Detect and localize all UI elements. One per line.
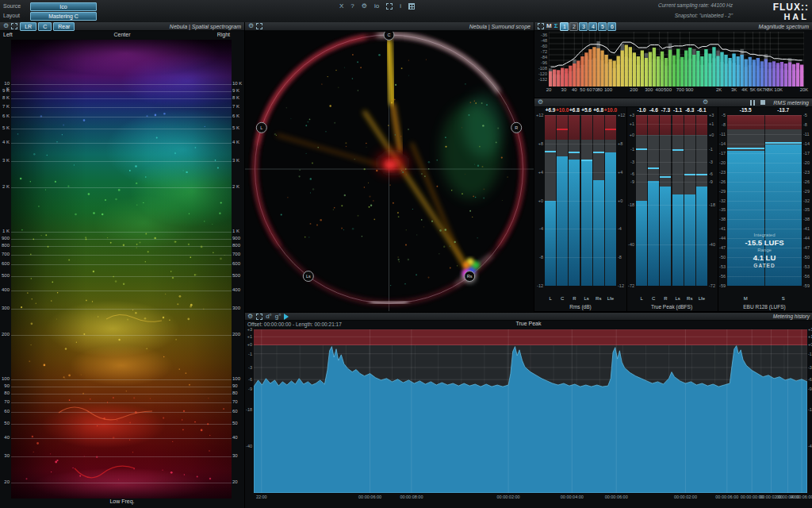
spectrogram-mode-rear-button[interactable]: Rear xyxy=(53,22,75,31)
spectrum-y-label: -96 xyxy=(534,60,547,65)
meter-gridline xyxy=(727,125,802,125)
gear-icon[interactable]: ⚙ xyxy=(3,23,9,29)
spectrogram-mode-lr-button[interactable]: LR xyxy=(20,22,36,31)
freq-label-left: 800 xyxy=(0,243,10,248)
true-peak-history-chart[interactable] xyxy=(254,329,807,493)
grid-icon[interactable] xyxy=(408,3,415,10)
meter-red-zone xyxy=(593,115,604,140)
freq-label-right: 700 xyxy=(232,252,240,257)
meter-red-zone xyxy=(684,115,695,135)
layout-select[interactable]: Mastering C xyxy=(30,12,97,21)
fullscreen-icon[interactable] xyxy=(256,314,262,320)
meter-gridline xyxy=(727,276,802,277)
meter-scale-label: -6 xyxy=(709,171,713,176)
scale-g-icon[interactable]: g° xyxy=(275,314,282,320)
hal-logo: HAL xyxy=(783,12,809,21)
meter-gridline xyxy=(727,134,802,135)
freq-label-right: 800 xyxy=(232,243,240,248)
main-toolbar: X?⚙ioi xyxy=(339,2,415,10)
fullscreen-icon[interactable] xyxy=(538,23,544,29)
source-label: Source xyxy=(3,3,21,9)
gear-icon[interactable]: ⚙ xyxy=(248,23,254,29)
spectrum-x-label: 300 xyxy=(645,87,653,92)
meter-channel-label-Lfe: Lfe xyxy=(696,296,707,301)
meter-bar xyxy=(557,156,568,286)
freq-label-left: 90 xyxy=(0,383,10,389)
gear-icon[interactable]: ⚙ xyxy=(703,99,708,106)
freq-label-right: 90 xyxy=(232,383,238,389)
spectrogram-header: ⚙ LRCRear Nebula | Spatial spectrogram xyxy=(0,22,244,31)
spectrum-y-label: -36 xyxy=(534,33,547,37)
freq-label-left: 100 xyxy=(0,376,10,382)
meter-gridline xyxy=(727,219,802,220)
spectrum-chart[interactable] xyxy=(549,32,804,87)
freq-label-left: 70 xyxy=(0,399,10,405)
freq-label-left: 60 xyxy=(0,409,10,414)
history-time-label: 00:00:06:00 xyxy=(790,495,812,499)
spectrum-x-label: 900 xyxy=(685,87,693,92)
meter-gridline xyxy=(545,201,616,202)
snapshot-button-6[interactable]: 6 xyxy=(607,22,616,31)
meter-scale-label: -50 xyxy=(718,255,726,260)
snapshot-button-3[interactable]: 3 xyxy=(579,22,588,31)
meters-body: +12+12+8+8+4+4+0+0-4-4-8-8-12-12+6.9L+10… xyxy=(534,107,812,311)
freq-label-left: 3 K xyxy=(0,158,10,164)
spectrum-y-label: -60 xyxy=(534,44,547,48)
source-select[interactable]: Ico xyxy=(30,2,97,11)
layout-label: Layout xyxy=(3,13,20,18)
close-icon[interactable]: X xyxy=(339,3,343,10)
meter-scale-label: +4 xyxy=(618,170,622,175)
fullscreen-icon[interactable] xyxy=(11,23,17,29)
spectrogram-display[interactable] xyxy=(11,40,232,498)
speaker-marker-Ls: Ls xyxy=(303,271,313,282)
history-time-label: 22:00 xyxy=(256,495,267,499)
meter-scale-label: -9 xyxy=(627,179,634,184)
settings-icon[interactable]: ⚙ xyxy=(247,314,253,320)
spectrum-y-label: -72 xyxy=(534,49,547,54)
spectrum-mode-M[interactable]: M xyxy=(546,23,552,29)
meter-scale-label: -20 xyxy=(803,160,810,165)
magnitude-spectrum-panel: MΣ 123456 Magnitude spectrum -36-48-60-7… xyxy=(534,22,812,98)
scale-db-icon[interactable]: d° xyxy=(266,314,272,320)
spectrum-x-label: 20K xyxy=(800,87,809,92)
spectrogram-mode-c-button[interactable]: C xyxy=(38,22,52,31)
meter-scale-label: -18 xyxy=(709,202,715,207)
meter-gridline xyxy=(636,205,707,206)
meter-peak xyxy=(581,160,592,161)
snapshot-info: Snapshot: "unlabeled - 2" xyxy=(675,13,733,18)
meter-scale-label: -5 xyxy=(803,113,807,117)
snapshot-button-1[interactable]: 1 xyxy=(560,22,569,31)
info-icon[interactable]: i xyxy=(400,3,401,10)
surround-scope-display[interactable]: CLRLsRs xyxy=(245,32,534,311)
meter-gridline xyxy=(727,182,802,183)
meter-peak xyxy=(648,167,659,169)
snapshot-button-5[interactable]: 5 xyxy=(598,22,607,31)
play-icon[interactable] xyxy=(284,314,289,320)
meter-scale-label: -18 xyxy=(627,202,634,207)
meter-gridline xyxy=(545,115,616,116)
meter-bar xyxy=(593,180,604,286)
meter-scale-label: -1 xyxy=(709,147,713,152)
freq-label-right: 100 xyxy=(232,376,240,382)
snapshot-button-2[interactable]: 2 xyxy=(569,22,578,31)
freq-label-right: 5 K xyxy=(232,125,239,131)
history-time-label: 00:00:06:00 xyxy=(715,495,738,499)
snapshot-button-4[interactable]: 4 xyxy=(588,22,597,31)
panel-separator xyxy=(626,107,627,311)
gear-icon[interactable]: ⚙ xyxy=(538,99,543,106)
meter-scale-label: -32 xyxy=(718,198,726,203)
spectrum-x-label: 5K xyxy=(750,87,756,92)
io-icon[interactable]: io xyxy=(374,3,379,10)
meter-channel-label-L: L xyxy=(636,296,647,301)
settings-icon[interactable]: ⚙ xyxy=(362,3,367,10)
meter-true-peak-dbfs- xyxy=(636,115,707,286)
meter-peak xyxy=(684,174,695,175)
stop-icon[interactable] xyxy=(760,100,765,105)
fullscreen-icon[interactable] xyxy=(256,23,262,29)
help-icon[interactable]: ? xyxy=(350,3,354,10)
spectrum-mode-Σ[interactable]: Σ xyxy=(554,23,558,29)
fullscreen-icon[interactable] xyxy=(386,3,393,10)
pause-icon[interactable] xyxy=(750,100,755,106)
meter-scale-label: -72 xyxy=(709,283,715,288)
meter-bar xyxy=(684,194,695,286)
